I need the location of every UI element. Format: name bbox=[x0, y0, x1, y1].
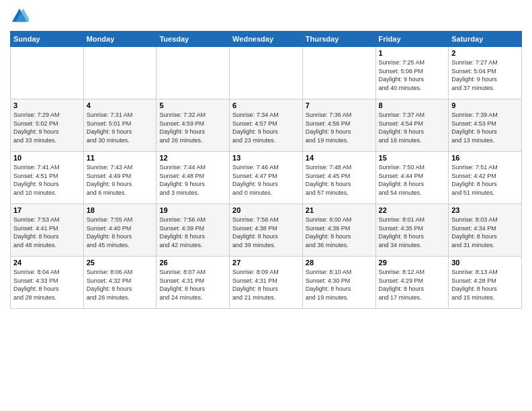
calendar-cell: 19Sunrise: 7:56 AM Sunset: 4:39 PM Dayli… bbox=[157, 204, 230, 257]
day-header-sunday: Sunday bbox=[11, 32, 84, 47]
day-number: 8 bbox=[379, 101, 446, 109]
calendar-cell: 15Sunrise: 7:50 AM Sunset: 4:44 PM Dayli… bbox=[375, 152, 449, 204]
day-info: Sunrise: 8:06 AM Sunset: 4:32 PM Dayligh… bbox=[87, 268, 154, 302]
day-number: 16 bbox=[451, 154, 519, 162]
calendar-week-3: 10Sunrise: 7:41 AM Sunset: 4:51 PM Dayli… bbox=[11, 152, 522, 204]
day-number: 19 bbox=[159, 206, 226, 214]
day-info: Sunrise: 7:46 AM Sunset: 4:47 PM Dayligh… bbox=[232, 163, 300, 197]
day-info: Sunrise: 7:29 AM Sunset: 5:02 PM Dayligh… bbox=[13, 111, 81, 144]
calendar-cell: 16Sunrise: 7:51 AM Sunset: 4:42 PM Dayli… bbox=[449, 152, 522, 204]
day-info: Sunrise: 7:58 AM Sunset: 4:38 PM Dayligh… bbox=[232, 216, 300, 249]
day-number: 6 bbox=[232, 101, 300, 109]
calendar-cell bbox=[302, 47, 375, 99]
day-number: 9 bbox=[451, 101, 519, 109]
day-number: 14 bbox=[306, 154, 373, 162]
day-number: 23 bbox=[451, 206, 519, 214]
calendar-week-5: 24Sunrise: 8:04 AM Sunset: 4:33 PM Dayli… bbox=[11, 257, 522, 309]
calendar-cell: 23Sunrise: 8:03 AM Sunset: 4:34 PM Dayli… bbox=[449, 204, 522, 257]
day-number: 2 bbox=[451, 49, 519, 57]
day-info: Sunrise: 8:01 AM Sunset: 4:35 PM Dayligh… bbox=[379, 216, 446, 249]
calendar-cell: 12Sunrise: 7:44 AM Sunset: 4:48 PM Dayli… bbox=[157, 152, 230, 204]
day-number: 21 bbox=[306, 206, 373, 214]
day-number: 5 bbox=[159, 101, 226, 109]
day-number: 29 bbox=[379, 259, 446, 267]
day-header-thursday: Thursday bbox=[302, 32, 375, 47]
calendar-cell: 10Sunrise: 7:41 AM Sunset: 4:51 PM Dayli… bbox=[11, 152, 84, 204]
day-number: 26 bbox=[159, 259, 226, 267]
day-info: Sunrise: 7:43 AM Sunset: 4:49 PM Dayligh… bbox=[87, 163, 154, 197]
day-info: Sunrise: 7:25 AM Sunset: 5:06 PM Dayligh… bbox=[379, 58, 446, 92]
day-header-saturday: Saturday bbox=[449, 32, 522, 47]
calendar-cell: 11Sunrise: 7:43 AM Sunset: 4:49 PM Dayli… bbox=[83, 152, 157, 204]
day-info: Sunrise: 8:00 AM Sunset: 4:36 PM Dayligh… bbox=[306, 216, 373, 249]
day-number: 1 bbox=[379, 49, 446, 57]
day-info: Sunrise: 7:32 AM Sunset: 4:59 PM Dayligh… bbox=[159, 111, 226, 144]
day-info: Sunrise: 8:04 AM Sunset: 4:33 PM Dayligh… bbox=[13, 268, 81, 302]
day-header-friday: Friday bbox=[375, 32, 449, 47]
day-number: 28 bbox=[306, 259, 373, 267]
day-number: 20 bbox=[232, 206, 300, 214]
day-info: Sunrise: 7:36 AM Sunset: 4:56 PM Dayligh… bbox=[306, 111, 373, 144]
day-info: Sunrise: 7:37 AM Sunset: 4:54 PM Dayligh… bbox=[379, 111, 446, 144]
day-number: 12 bbox=[159, 154, 226, 162]
day-info: Sunrise: 7:27 AM Sunset: 5:04 PM Dayligh… bbox=[451, 58, 519, 92]
calendar-cell: 24Sunrise: 8:04 AM Sunset: 4:33 PM Dayli… bbox=[11, 257, 84, 309]
calendar-cell: 22Sunrise: 8:01 AM Sunset: 4:35 PM Dayli… bbox=[375, 204, 449, 257]
day-info: Sunrise: 7:53 AM Sunset: 4:41 PM Dayligh… bbox=[13, 216, 81, 249]
calendar-cell: 28Sunrise: 8:10 AM Sunset: 4:30 PM Dayli… bbox=[302, 257, 375, 309]
calendar-cell bbox=[11, 47, 84, 99]
calendar-cell: 25Sunrise: 8:06 AM Sunset: 4:32 PM Dayli… bbox=[83, 257, 157, 309]
calendar-cell: 5Sunrise: 7:32 AM Sunset: 4:59 PM Daylig… bbox=[157, 99, 230, 152]
calendar-cell bbox=[157, 47, 230, 99]
header bbox=[10, 7, 522, 26]
calendar-cell: 9Sunrise: 7:39 AM Sunset: 4:53 PM Daylig… bbox=[449, 99, 522, 152]
day-number: 25 bbox=[87, 259, 154, 267]
day-info: Sunrise: 7:39 AM Sunset: 4:53 PM Dayligh… bbox=[451, 111, 519, 144]
calendar-cell: 21Sunrise: 8:00 AM Sunset: 4:36 PM Dayli… bbox=[302, 204, 375, 257]
calendar-cell: 20Sunrise: 7:58 AM Sunset: 4:38 PM Dayli… bbox=[230, 204, 303, 257]
day-info: Sunrise: 8:07 AM Sunset: 4:31 PM Dayligh… bbox=[159, 268, 226, 302]
day-info: Sunrise: 7:56 AM Sunset: 4:39 PM Dayligh… bbox=[159, 216, 226, 249]
day-number: 18 bbox=[87, 206, 154, 214]
calendar-cell: 29Sunrise: 8:12 AM Sunset: 4:29 PM Dayli… bbox=[375, 257, 449, 309]
calendar-cell: 17Sunrise: 7:53 AM Sunset: 4:41 PM Dayli… bbox=[11, 204, 84, 257]
calendar-week-4: 17Sunrise: 7:53 AM Sunset: 4:41 PM Dayli… bbox=[11, 204, 522, 257]
calendar-cell: 6Sunrise: 7:34 AM Sunset: 4:57 PM Daylig… bbox=[230, 99, 303, 152]
calendar-cell: 30Sunrise: 8:13 AM Sunset: 4:28 PM Dayli… bbox=[449, 257, 522, 309]
day-info: Sunrise: 8:09 AM Sunset: 4:31 PM Dayligh… bbox=[232, 268, 300, 302]
day-number: 27 bbox=[232, 259, 300, 267]
day-number: 11 bbox=[87, 154, 154, 162]
page: SundayMondayTuesdayWednesdayThursdayFrid… bbox=[0, 0, 532, 411]
day-number: 7 bbox=[306, 101, 373, 109]
calendar-cell: 1Sunrise: 7:25 AM Sunset: 5:06 PM Daylig… bbox=[375, 47, 449, 99]
day-number: 13 bbox=[232, 154, 300, 162]
day-header-wednesday: Wednesday bbox=[230, 32, 303, 47]
calendar-cell: 8Sunrise: 7:37 AM Sunset: 4:54 PM Daylig… bbox=[375, 99, 449, 152]
calendar-cell: 3Sunrise: 7:29 AM Sunset: 5:02 PM Daylig… bbox=[11, 99, 84, 152]
calendar-cell: 2Sunrise: 7:27 AM Sunset: 5:04 PM Daylig… bbox=[449, 47, 522, 99]
calendar: SundayMondayTuesdayWednesdayThursdayFrid… bbox=[10, 31, 522, 309]
calendar-week-1: 1Sunrise: 7:25 AM Sunset: 5:06 PM Daylig… bbox=[11, 47, 522, 99]
logo bbox=[10, 7, 32, 26]
calendar-cell: 4Sunrise: 7:31 AM Sunset: 5:01 PM Daylig… bbox=[83, 99, 157, 152]
day-number: 15 bbox=[379, 154, 446, 162]
day-header-tuesday: Tuesday bbox=[157, 32, 230, 47]
day-info: Sunrise: 7:34 AM Sunset: 4:57 PM Dayligh… bbox=[232, 111, 300, 144]
day-number: 17 bbox=[13, 206, 81, 214]
day-info: Sunrise: 7:31 AM Sunset: 5:01 PM Dayligh… bbox=[87, 111, 154, 144]
calendar-header-row: SundayMondayTuesdayWednesdayThursdayFrid… bbox=[11, 32, 522, 47]
day-info: Sunrise: 8:13 AM Sunset: 4:28 PM Dayligh… bbox=[451, 268, 519, 302]
day-info: Sunrise: 7:48 AM Sunset: 4:45 PM Dayligh… bbox=[306, 163, 373, 197]
calendar-cell: 18Sunrise: 7:55 AM Sunset: 4:40 PM Dayli… bbox=[83, 204, 157, 257]
day-info: Sunrise: 7:41 AM Sunset: 4:51 PM Dayligh… bbox=[13, 163, 81, 197]
day-number: 10 bbox=[13, 154, 81, 162]
calendar-cell: 14Sunrise: 7:48 AM Sunset: 4:45 PM Dayli… bbox=[302, 152, 375, 204]
day-info: Sunrise: 8:03 AM Sunset: 4:34 PM Dayligh… bbox=[451, 216, 519, 249]
day-number: 3 bbox=[13, 101, 81, 109]
calendar-cell bbox=[83, 47, 157, 99]
day-info: Sunrise: 8:10 AM Sunset: 4:30 PM Dayligh… bbox=[306, 268, 373, 302]
logo-icon bbox=[10, 7, 29, 26]
day-info: Sunrise: 8:12 AM Sunset: 4:29 PM Dayligh… bbox=[379, 268, 446, 302]
day-info: Sunrise: 7:44 AM Sunset: 4:48 PM Dayligh… bbox=[159, 163, 226, 197]
day-number: 22 bbox=[379, 206, 446, 214]
